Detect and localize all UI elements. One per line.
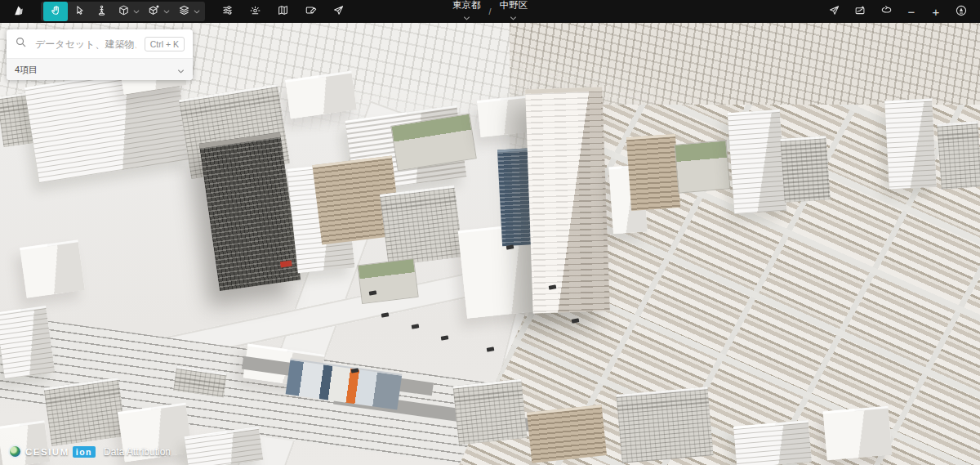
layers-icon [178,4,190,19]
map-edit-button[interactable] [849,2,871,21]
cesium-brand-text: CESIUM [25,447,69,457]
tool-group [41,2,205,21]
stripe-building [884,99,937,190]
breadcrumb-separator: / [488,7,491,16]
model-cube-button[interactable] [113,2,134,21]
model-cube-icon [118,4,130,19]
vehicle [487,347,495,351]
orbit-rotate-icon [880,4,893,19]
search-panel: Ctrl + K 4項目 [7,29,193,80]
chevron-down-icon [463,11,470,23]
zoom-out-button[interactable]: − [902,2,921,21]
chevron-down-icon [133,10,140,14]
ward-label: 中野区 [500,0,528,10]
grid-building [780,136,830,203]
app-window: 東京都 / 中野区 [0,0,980,465]
sun-shadow-button[interactable] [244,2,265,21]
keyboard-shortcut-badge: Ctrl + K [145,37,185,51]
plateau-logo-button[interactable] [8,2,29,21]
green-building [675,140,731,193]
white-building [477,96,529,137]
stripe-building [185,427,264,465]
compass-button[interactable] [951,2,972,21]
compass-icon [955,4,968,20]
select-arrow-icon [74,4,86,19]
locate-button[interactable] [823,2,844,21]
stripe-building [0,306,55,379]
grid-building [452,379,527,445]
hand-pan-tool-button[interactable] [43,2,68,21]
locate-plane-icon [828,4,840,19]
stripe-building [733,420,812,465]
orbit-rotate-button[interactable] [875,2,897,21]
sun-shadow-icon [249,4,261,19]
search-input[interactable] [33,38,138,51]
location-breadcrumb: 東京都 / 中野区 [452,0,528,23]
grid-building [617,387,714,463]
search-icon [15,36,27,51]
attribution-bar: CESIUM ion Data Attribution [8,445,171,458]
select-tool-button[interactable] [69,2,90,21]
view-tools-group [216,2,349,21]
items-count-label: 4項目 [15,64,38,76]
grid-building [380,186,463,266]
zoom-in-button[interactable]: + [926,2,946,21]
chevron-down-icon [194,10,200,14]
tileset-cube-button[interactable] [143,2,164,21]
chevron-down-icon [510,11,517,23]
chevron-down-icon [177,62,185,77]
story-edit-button[interactable] [300,2,321,21]
ion-badge: ion [73,446,96,458]
green-building [357,258,418,304]
share-plane-icon [332,4,345,19]
toolbar: 東京都 / 中野区 [0,0,980,23]
data-attribution-link[interactable]: Data Attribution [104,446,171,458]
plateau-logo [12,4,25,20]
share-button[interactable] [327,2,349,21]
map-icon [277,4,289,19]
cesium-globe-icon [8,445,22,458]
chevron-down-icon [163,10,170,14]
breadcrumb-prefecture[interactable]: 東京都 [452,0,481,23]
map-edit-icon [854,4,866,19]
sliders-icon [221,4,234,19]
dataset-items-dropdown[interactable]: 4項目 [7,58,193,80]
tan-building [527,405,607,463]
vehicle [441,335,449,340]
pedestrian-view-button[interactable] [91,2,112,21]
sketch-note-icon [305,4,317,19]
settings-sliders-button[interactable] [216,2,238,21]
grid-building [937,121,980,189]
tileset-cube-icon [148,4,160,19]
white-building [20,239,85,297]
vehicle [381,312,390,317]
breadcrumb-ward[interactable]: 中野区 [500,0,528,23]
layers-button[interactable] [173,2,194,21]
hand-tool-icon [50,4,62,19]
stripe-building [728,110,786,214]
tower-building [525,87,610,313]
prefecture-label: 東京都 [452,0,481,10]
vehicle [412,324,420,329]
search-row: Ctrl + K [7,29,193,58]
cesium-ion-logo[interactable]: CESIUM ion [8,445,96,458]
pedestrian-view-icon [96,4,108,19]
navigation-controls: − + [823,2,972,21]
grid-building [43,378,126,446]
tan-building [626,134,680,211]
white-building [823,406,893,461]
basemap-button[interactable] [272,2,293,21]
